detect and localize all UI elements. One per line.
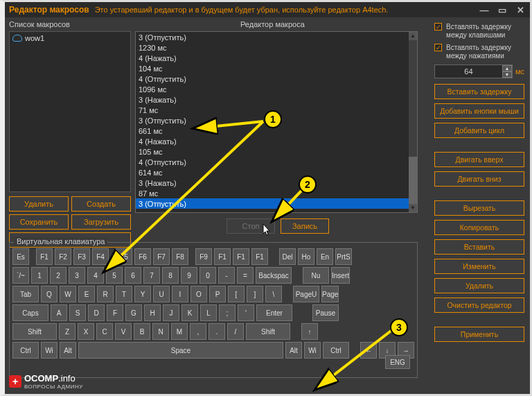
close-icon[interactable]: ✕	[515, 5, 526, 15]
key[interactable]: T	[116, 286, 132, 302]
key[interactable]: Q	[41, 286, 57, 302]
key[interactable]: F1	[36, 248, 53, 265]
key[interactable]: 6	[125, 267, 141, 284]
editor-line[interactable]: 3 (Отпустить)	[136, 198, 417, 209]
key[interactable]: J	[163, 304, 179, 321]
scrollbar[interactable]: ▲ ▼	[409, 32, 417, 212]
record-button[interactable]: Запись	[281, 218, 329, 234]
key[interactable]: K	[181, 304, 198, 321]
key[interactable]: Enter	[256, 304, 292, 321]
key[interactable]: C	[96, 323, 113, 340]
key[interactable]: U	[153, 286, 170, 302]
editor-line[interactable]: 4 (Отпустить)	[136, 157, 417, 167]
delay-input[interactable]: 64 ▲ ▼	[434, 64, 513, 78]
side-button[interactable]: Вставить	[434, 239, 524, 255]
side-button[interactable]: Очистить редактор	[434, 298, 524, 313]
key[interactable]: Alt	[285, 342, 302, 359]
key[interactable]: B	[134, 323, 150, 340]
key[interactable]: Alt	[60, 342, 76, 359]
key[interactable]: En	[317, 248, 333, 265]
key[interactable]: P	[209, 286, 226, 302]
key[interactable]: 5	[106, 267, 123, 284]
side-button[interactable]: Изменить	[434, 259, 524, 274]
editor-line[interactable]: 1096 мс	[136, 84, 417, 94]
key[interactable]: Nu	[303, 267, 329, 284]
key[interactable]: 0	[200, 267, 216, 284]
scroll-thumb[interactable]	[409, 157, 417, 205]
key[interactable]: Wi	[304, 342, 321, 359]
key[interactable]: =	[237, 267, 254, 284]
side-button[interactable]: Добавить кнопки мыши	[434, 103, 524, 119]
key[interactable]: S	[69, 304, 86, 321]
key[interactable]: 8	[162, 267, 179, 284]
key[interactable]: 7	[143, 267, 160, 284]
key[interactable]: Caps	[12, 304, 48, 321]
scroll-up-icon[interactable]: ▲	[409, 32, 417, 40]
key[interactable]: Wi	[41, 342, 57, 359]
editor-line[interactable]: 3 (Отпустить)	[136, 32, 417, 42]
key[interactable]: R	[97, 286, 114, 302]
key[interactable]: Ho	[298, 248, 314, 265]
key[interactable]: F	[107, 304, 123, 321]
key[interactable]: X	[78, 323, 94, 340]
delete-button[interactable]: Удалить	[9, 196, 69, 212]
key[interactable]: /	[227, 323, 244, 340]
side-button[interactable]: Копировать	[434, 220, 524, 235]
key[interactable]: A	[51, 304, 67, 321]
minimize-icon[interactable]: —	[479, 5, 490, 15]
key[interactable]: Page	[321, 286, 339, 302]
editor-line[interactable]: 4 (Нажать)	[136, 53, 417, 63]
key[interactable]: Shift	[246, 323, 290, 340]
key[interactable]: D	[88, 304, 105, 321]
key[interactable]: V	[115, 323, 132, 340]
key[interactable]: F2	[55, 248, 71, 265]
scroll-down-icon[interactable]: ▼	[409, 204, 417, 212]
key[interactable]: Tab	[12, 286, 39, 302]
spin-down-icon[interactable]: ▼	[502, 71, 512, 78]
key[interactable]: Z	[59, 323, 76, 340]
key[interactable]: Insert	[331, 267, 350, 284]
key[interactable]: '	[238, 304, 254, 321]
key[interactable]: L	[200, 304, 217, 321]
key[interactable]: 1	[31, 267, 48, 284]
key[interactable]: -	[218, 267, 235, 284]
key[interactable]: F1	[233, 248, 249, 265]
spin-up-icon[interactable]: ▲	[502, 65, 512, 71]
key[interactable]: 4	[87, 267, 104, 284]
side-button[interactable]: Вставить задержку	[434, 84, 524, 99]
key[interactable]: F5	[116, 248, 132, 265]
key[interactable]: N	[152, 323, 169, 340]
key[interactable]: ;	[219, 304, 236, 321]
key[interactable]: PageU	[293, 286, 319, 302]
key[interactable]: O	[190, 286, 207, 302]
editor-line[interactable]: 614 мс	[136, 167, 417, 178]
key[interactable]: [	[228, 286, 245, 302]
key[interactable]: Backspac	[256, 267, 292, 284]
key[interactable]: Space	[78, 342, 283, 359]
side-button[interactable]: Двигать вверх	[434, 152, 524, 167]
key[interactable]: M	[171, 323, 188, 340]
key[interactable]: F1	[214, 248, 231, 265]
key[interactable]: ,	[190, 323, 206, 340]
editor-line[interactable]: 3 (Нажать)	[136, 178, 417, 188]
key[interactable]: E	[78, 286, 95, 302]
key[interactable]: Shift	[12, 323, 57, 340]
key[interactable]: F4	[92, 248, 109, 265]
key[interactable]: Ctrl	[323, 342, 349, 359]
key[interactable]: Pause	[312, 304, 339, 321]
editor-line[interactable]: 1230 мс	[136, 42, 417, 53]
side-button[interactable]: Добавить цикл	[434, 123, 524, 138]
save-button[interactable]: Сохранить	[9, 214, 69, 230]
key[interactable]: PrtS	[335, 248, 352, 265]
maximize-icon[interactable]: ▭	[497, 5, 508, 15]
key[interactable]: 3	[69, 267, 85, 284]
key[interactable]: 2	[50, 267, 66, 284]
key[interactable]: F1	[251, 248, 268, 265]
create-button[interactable]: Создать	[71, 196, 131, 212]
key[interactable]: F6	[134, 248, 151, 265]
editor-line[interactable]: 4 (Отпустить)	[136, 74, 417, 84]
editor-line[interactable]: 87 мс	[136, 188, 417, 198]
key[interactable]: ]	[247, 286, 263, 302]
side-button[interactable]: Двигать вниз	[434, 171, 524, 187]
checkbox-delay-press[interactable]: ✓	[434, 44, 442, 51]
